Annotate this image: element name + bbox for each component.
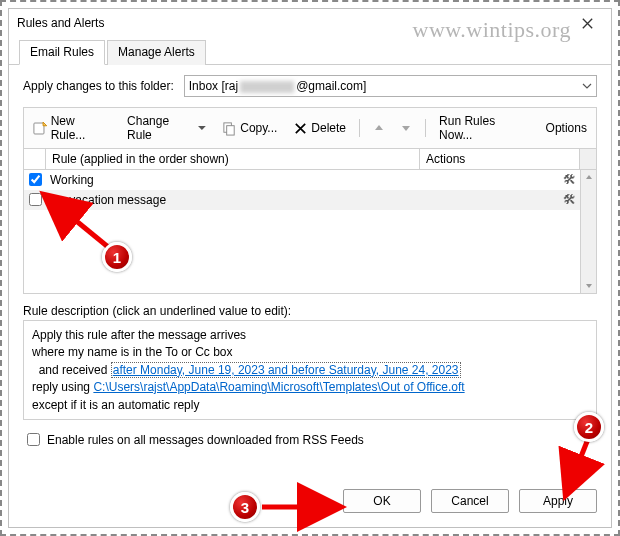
move-down-button[interactable]: [398, 123, 416, 133]
toolbar-label: Delete: [311, 121, 346, 135]
table-row[interactable]: Working 🛠: [24, 170, 580, 190]
rss-label: Enable rules on all messages downloaded …: [47, 433, 364, 447]
folder-value-suffix: @gmail.com]: [296, 79, 366, 93]
toolbar-label: Options: [546, 121, 587, 135]
close-icon: [580, 16, 595, 31]
tab-content: Apply changes to this folder: Inbox [raj…: [9, 65, 611, 481]
toolbar-label: Copy...: [240, 121, 277, 135]
toolbar-label: Change Rule: [127, 114, 195, 142]
rss-row: Enable rules on all messages downloaded …: [23, 430, 597, 449]
ok-button[interactable]: OK: [343, 489, 421, 513]
grid-header: Rule (applied in the order shown) Action…: [24, 149, 596, 170]
grid-header-actions[interactable]: Actions: [420, 149, 580, 169]
template-path-link[interactable]: C:\Users\rajst\AppData\Roaming\Microsoft…: [93, 380, 464, 394]
new-rule-icon: [33, 121, 48, 136]
grid-header-rule[interactable]: Rule (applied in the order shown): [46, 149, 420, 169]
rule-name: Working: [46, 173, 436, 187]
folder-row: Apply changes to this folder: Inbox [raj…: [23, 75, 597, 97]
folder-value-prefix: Inbox [raj: [189, 79, 238, 93]
tabstrip: Email Rules Manage Alerts: [9, 39, 611, 65]
rules-grid: Rule (applied in the order shown) Action…: [23, 149, 597, 294]
rules-toolbar: New Rule... Change Rule Copy... Delete R…: [23, 107, 597, 149]
new-rule-button[interactable]: New Rule...: [30, 112, 114, 144]
arrow-up-icon: [374, 123, 384, 133]
grid-body: Working 🛠 On vacation message 🛠: [24, 170, 596, 293]
change-rule-button[interactable]: Change Rule: [124, 112, 209, 144]
button-label: OK: [373, 494, 390, 508]
grid-header-scroll: [580, 149, 596, 169]
rule-name: On vacation message: [46, 193, 436, 207]
rss-checkbox[interactable]: [27, 433, 40, 446]
run-rules-button[interactable]: Run Rules Now...: [436, 112, 533, 144]
redacted-text: [240, 81, 294, 93]
description-box: Apply this rule after the message arrive…: [23, 320, 597, 420]
arrow-down-icon: [401, 123, 411, 133]
tab-label: Manage Alerts: [118, 45, 195, 59]
toolbar-label: New Rule...: [51, 114, 111, 142]
folder-label: Apply changes to this folder:: [23, 79, 174, 93]
rule-enable-checkbox[interactable]: [29, 173, 42, 186]
options-button[interactable]: Options: [543, 119, 590, 137]
desc-line: and received after Monday, June 19, 2023…: [32, 362, 588, 379]
desc-line: where my name is in the To or Cc box: [32, 344, 588, 361]
scroll-down-icon: [581, 279, 596, 293]
svg-rect-0: [34, 123, 44, 134]
tab-label: Email Rules: [30, 45, 94, 59]
rule-actions-icon: 🛠: [563, 193, 576, 206]
tab-email-rules[interactable]: Email Rules: [19, 40, 105, 65]
desc-line: Apply this rule after the message arrive…: [32, 327, 588, 344]
toolbar-label: Run Rules Now...: [439, 114, 530, 142]
delete-icon: [293, 121, 308, 136]
table-row[interactable]: On vacation message 🛠: [24, 190, 580, 210]
grid-rows: Working 🛠 On vacation message 🛠: [24, 170, 580, 293]
chevron-down-icon: [582, 80, 592, 94]
toolbar-separator: [425, 119, 426, 137]
dialog-buttons: OK Cancel Apply: [9, 481, 611, 527]
titlebar: Rules and Alerts: [9, 9, 611, 37]
button-label: Apply: [543, 494, 573, 508]
svg-rect-2: [227, 125, 235, 134]
copy-button[interactable]: Copy...: [219, 119, 280, 138]
scrollbar[interactable]: [580, 170, 596, 293]
copy-icon: [222, 121, 237, 136]
tab-manage-alerts[interactable]: Manage Alerts: [107, 40, 206, 65]
folder-dropdown[interactable]: Inbox [raj @gmail.com]: [184, 75, 597, 97]
desc-line: reply using C:\Users\rajst\AppData\Roami…: [32, 379, 588, 396]
apply-button[interactable]: Apply: [519, 489, 597, 513]
toolbar-separator: [359, 119, 360, 137]
window-title: Rules and Alerts: [17, 16, 571, 30]
cancel-button[interactable]: Cancel: [431, 489, 509, 513]
move-up-button[interactable]: [370, 123, 388, 133]
desc-text: reply using: [32, 380, 93, 394]
dialog-rules-and-alerts: Rules and Alerts www.wintips.org Email R…: [8, 8, 612, 528]
rule-actions-icon: 🛠: [563, 173, 576, 186]
description-label: Rule description (click an underlined va…: [23, 304, 597, 318]
grid-header-checkbox: [24, 149, 46, 169]
desc-text: and received: [32, 363, 111, 377]
close-button[interactable]: [571, 12, 603, 34]
delete-button[interactable]: Delete: [290, 119, 349, 138]
desc-line: except if it is an automatic reply: [32, 397, 588, 414]
rule-enable-checkbox[interactable]: [29, 193, 42, 206]
button-label: Cancel: [451, 494, 488, 508]
date-range-link[interactable]: after Monday, June 19, 2023 and before S…: [111, 362, 461, 378]
dropdown-caret-icon: [198, 124, 206, 132]
scroll-up-icon: [581, 170, 596, 184]
